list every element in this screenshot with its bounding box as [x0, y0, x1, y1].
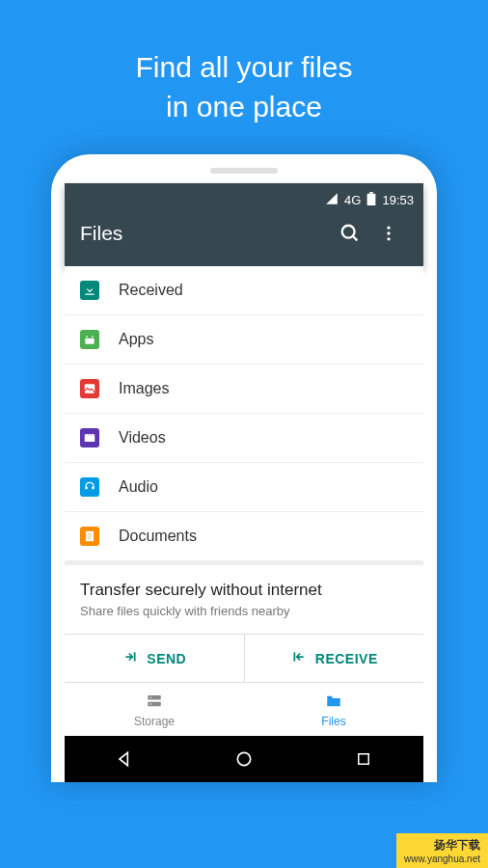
folder-icon	[323, 692, 344, 713]
apps-icon	[80, 330, 99, 349]
svg-point-2	[342, 226, 355, 238]
watermark: 扬华下载 www.yanghua.net	[396, 833, 488, 868]
promo-line2: in one place	[0, 88, 488, 127]
screen: 4G 19:53 Files Received Apps	[65, 183, 423, 736]
svg-point-4	[387, 227, 390, 230]
send-button[interactable]: SEND	[65, 635, 245, 682]
network-label: 4G	[344, 193, 361, 207]
transfer-subtitle: Share files quickly with friends nearby	[80, 604, 408, 618]
category-label: Received	[119, 282, 183, 299]
tab-storage[interactable]: Storage	[65, 683, 244, 736]
more-button[interactable]	[369, 224, 408, 243]
tab-files[interactable]: Files	[244, 683, 423, 736]
battery-icon	[366, 192, 376, 208]
transfer-title: Transfer securely without internet	[80, 581, 408, 600]
transfer-buttons: SEND RECEIVE	[65, 634, 423, 682]
receive-icon	[290, 650, 308, 666]
phone-frame: 4G 19:53 Files Received Apps	[51, 154, 437, 782]
svg-rect-0	[367, 193, 376, 204]
category-images[interactable]: Images	[65, 365, 423, 414]
images-icon	[80, 379, 99, 398]
recents-button[interactable]	[335, 750, 393, 768]
category-label: Images	[119, 380, 169, 397]
tab-storage-label: Storage	[134, 715, 175, 728]
category-label: Documents	[119, 528, 197, 545]
audio-icon	[80, 477, 99, 497]
promo-text: Find all your files in one place	[0, 0, 488, 126]
svg-rect-18	[148, 702, 161, 707]
app-header: 4G 19:53 Files	[65, 183, 423, 266]
svg-rect-22	[359, 754, 369, 765]
received-icon	[80, 281, 99, 300]
category-received[interactable]: Received	[65, 266, 423, 315]
transfer-card: Transfer securely without internet Share…	[65, 561, 423, 634]
category-label: Videos	[119, 429, 166, 447]
category-label: Apps	[119, 331, 153, 348]
send-icon	[122, 650, 139, 666]
svg-rect-1	[370, 192, 374, 194]
phone-notch	[210, 168, 278, 174]
send-label: SEND	[147, 651, 186, 666]
app-bar: Files	[74, 208, 414, 258]
watermark-line2: www.yanghua.net	[404, 854, 480, 864]
svg-line-3	[353, 236, 358, 241]
svg-point-20	[150, 703, 152, 705]
svg-point-21	[237, 752, 250, 765]
signal-icon	[325, 192, 339, 208]
category-label: Audio	[119, 478, 158, 496]
receive-label: RECEIVE	[315, 651, 378, 666]
storage-icon	[144, 692, 165, 713]
svg-point-5	[387, 231, 390, 234]
tab-files-label: Files	[321, 715, 345, 728]
receive-button[interactable]: RECEIVE	[245, 635, 424, 682]
promo-line1: Find all your files	[0, 48, 488, 88]
svg-rect-17	[148, 695, 161, 700]
documents-icon	[80, 527, 99, 546]
svg-point-6	[387, 237, 390, 240]
back-button[interactable]	[95, 749, 153, 769]
category-audio[interactable]: Audio	[65, 463, 423, 512]
time-label: 19:53	[382, 193, 414, 207]
android-nav-bar	[65, 736, 423, 782]
svg-point-8	[92, 336, 94, 338]
search-button[interactable]	[331, 223, 369, 244]
home-button[interactable]	[215, 749, 273, 769]
svg-point-7	[86, 336, 88, 338]
category-videos[interactable]: Videos	[65, 414, 423, 463]
status-bar: 4G 19:53	[74, 191, 414, 208]
bottom-tabs: Storage Files	[65, 682, 423, 736]
category-apps[interactable]: Apps	[65, 315, 423, 365]
watermark-line1: 扬华下载	[434, 837, 480, 854]
category-documents[interactable]: Documents	[65, 512, 423, 561]
page-title: Files	[80, 222, 331, 245]
svg-point-19	[150, 697, 152, 699]
videos-icon	[80, 428, 99, 448]
category-list: Received Apps Images Videos Audio Docume…	[65, 266, 423, 561]
